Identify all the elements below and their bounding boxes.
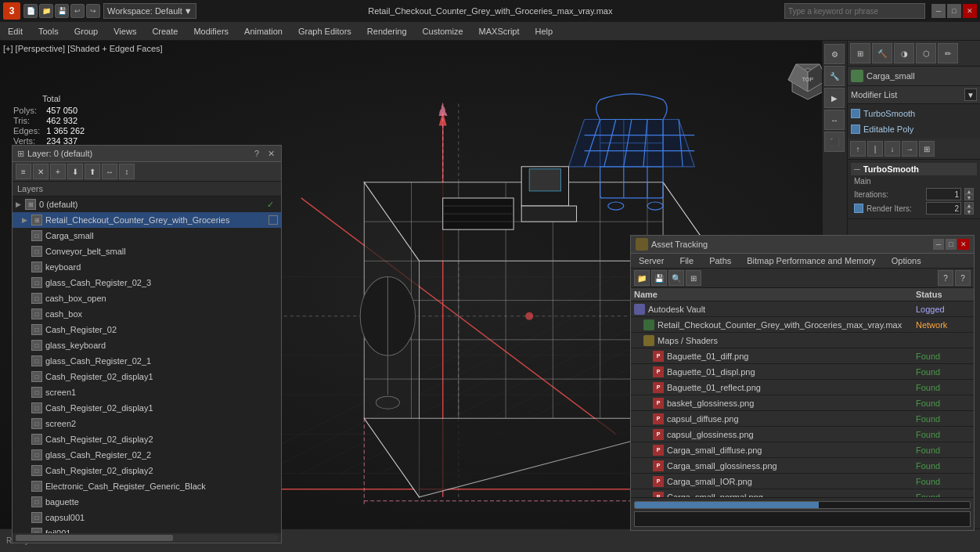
rib-btn-2[interactable]: 🔧 <box>824 66 845 86</box>
menu-customize[interactable]: Customize <box>415 22 471 40</box>
asset-row[interactable]: P Baguette_01_diff.png Found <box>631 348 974 364</box>
search-input[interactable] <box>784 3 925 19</box>
maximize-button[interactable]: □ <box>947 4 961 18</box>
layer-item[interactable]: □ Cash_Register_02_display1 <box>13 400 281 416</box>
menu-create[interactable]: Create <box>144 22 186 40</box>
asset-menu-bitmap[interactable]: Bitmap Performance and Memory <box>739 254 883 268</box>
menu-animation[interactable]: Animation <box>236 22 290 40</box>
new-btn[interactable]: 📄 <box>23 4 38 18</box>
rib-btn-1[interactable]: ⚙ <box>824 44 845 64</box>
render-iters-up[interactable]: ▲ <box>964 202 974 208</box>
layer-item[interactable]: □ glass_Cash_Register_02_3 <box>13 275 281 290</box>
layer-item[interactable]: □ Electronic_Cash_Register_Generic_Black <box>13 478 281 494</box>
layer-scrollbar[interactable] <box>16 535 278 541</box>
rp-icon-5[interactable]: ✏ <box>938 43 958 63</box>
lt-close-btn[interactable]: ✕ <box>33 164 49 179</box>
asset-row[interactable]: P Carga_small_diffuse.png Found <box>631 442 974 458</box>
layer-item[interactable]: □ keyboard <box>13 259 281 275</box>
menu-edit[interactable]: Edit <box>0 22 31 40</box>
iterations-spinner[interactable]: ▲ ▼ <box>964 188 974 200</box>
rp-tb-4[interactable]: → <box>902 141 917 157</box>
iterations-down[interactable]: ▼ <box>964 194 974 200</box>
layer-close-btn[interactable]: ✕ <box>265 148 276 159</box>
asset-row[interactable]: P Carga_small_glossiness.png Found <box>631 458 974 474</box>
redo-btn[interactable]: ↪ <box>86 4 100 18</box>
minimize-button[interactable]: ─ <box>931 4 946 18</box>
asset-row[interactable]: P Baguette_01_displ.png Found <box>631 364 974 380</box>
layer-item[interactable]: □ screen1 <box>13 384 281 400</box>
asset-close-btn[interactable]: ✕ <box>958 239 969 250</box>
layer-item[interactable]: □ screen2 <box>13 416 281 431</box>
layer-item[interactable]: □ capsul001 <box>13 510 281 525</box>
layer-item[interactable]: □ Conveyor_belt_small <box>13 244 281 259</box>
layer-item[interactable]: □ glass_keyboard <box>13 337 281 353</box>
layer-item[interactable]: □ glass_Cash_Register_02_1 <box>13 353 281 369</box>
undo-btn[interactable]: ↩ <box>70 4 85 18</box>
asset-row[interactable]: P capsul_diffuse.png Found <box>631 411 974 427</box>
asset-menu-paths[interactable]: Paths <box>701 254 739 268</box>
rp-tb-1[interactable]: ↑ <box>850 141 866 157</box>
menu-graph-editors[interactable]: Graph Editors <box>290 22 359 40</box>
layer-item[interactable]: □ Cash_Register_02_display1 <box>13 369 281 384</box>
layer-help-btn[interactable]: ? <box>251 148 262 159</box>
layer-item[interactable]: □ Cash_Register_02_display2 <box>13 431 281 447</box>
rp-tb-2[interactable]: | <box>867 141 883 157</box>
at-btn-1[interactable]: 📁 <box>634 270 650 286</box>
at-btn-4[interactable]: ⊞ <box>686 270 701 286</box>
rp-icon-2[interactable]: 🔨 <box>872 43 892 63</box>
asset-menu-options[interactable]: Options <box>884 254 929 268</box>
layer-item[interactable]: □ baguette <box>13 494 281 510</box>
layer-item[interactable]: □ foil001 <box>13 525 281 533</box>
menu-modifiers[interactable]: Modifiers <box>186 22 236 40</box>
asset-row[interactable]: P Baguette_01_reflect.png Found <box>631 380 974 395</box>
rib-btn-3[interactable]: ▶ <box>824 88 845 108</box>
layer-item[interactable]: □ Cash_Register_02 <box>13 322 281 337</box>
modifier-turbosmooth[interactable]: TurboSmooth <box>848 106 980 121</box>
layer-item[interactable]: □ cash_box_open <box>13 290 281 306</box>
asset-minimize-btn[interactable]: ─ <box>933 239 944 250</box>
menu-group[interactable]: Group <box>67 22 106 40</box>
render-iters-down[interactable]: ▼ <box>964 208 974 215</box>
asset-row[interactable]: Maps / Shaders <box>631 333 974 348</box>
rp-icon-4[interactable]: ⬡ <box>916 43 936 63</box>
layer-item[interactable]: ▶ ⊞ Retail_Checkout_Counter_Grey_with_Gr… <box>13 212 281 228</box>
layer-item[interactable]: □ cash_box <box>13 306 281 322</box>
asset-path-input[interactable] <box>634 511 971 527</box>
menu-views[interactable]: Views <box>106 22 144 40</box>
lt-down-btn[interactable]: ⬇ <box>67 164 83 179</box>
layer-item[interactable]: □ glass_Cash_Register_02_2 <box>13 447 281 463</box>
layer-item[interactable]: □ Cash_Register_02_display2 <box>13 463 281 478</box>
asset-row[interactable]: P Carga_small_IOR.png Found <box>631 474 974 489</box>
save-btn[interactable]: 💾 <box>55 4 69 18</box>
rp-tb-5[interactable]: ⊞ <box>919 141 935 157</box>
rp-tb-3[interactable]: ↓ <box>885 141 900 157</box>
at-btn-2[interactable]: 💾 <box>651 270 667 286</box>
asset-maximize-btn[interactable]: □ <box>946 239 957 250</box>
viewport-label[interactable]: [+] [Perspective] [Shaded + Edged Faces] <box>3 44 163 53</box>
menu-help[interactable]: Help <box>528 22 561 40</box>
lt-up-btn[interactable]: ⬆ <box>85 164 100 179</box>
workspace-dropdown[interactable]: Workspace: Default ▼ <box>103 3 196 19</box>
render-iters-checkbox[interactable] <box>854 204 863 213</box>
asset-row[interactable]: P Carga_small_normal.png Found <box>631 489 974 497</box>
modifier-list-dropdown[interactable]: ▼ <box>964 88 977 101</box>
modifier-editable-poly[interactable]: Editable Poly <box>848 121 980 137</box>
open-btn[interactable]: 📁 <box>39 4 53 18</box>
asset-row[interactable]: P capsul_glossiness.png Found <box>631 427 974 442</box>
lt-add-btn[interactable]: + <box>50 164 66 179</box>
layer-item[interactable]: □ Carga_small <box>13 228 281 244</box>
rp-icon-1[interactable]: ⊞ <box>850 43 870 63</box>
render-iters-spinner[interactable]: ▲ ▼ <box>964 202 974 215</box>
iterations-up[interactable]: ▲ <box>964 188 974 194</box>
at-help2-btn[interactable]: ? <box>955 270 971 286</box>
layer-list[interactable]: ▶ ⊞ 0 (default) ✓ ▶ ⊞ Retail_Checkout_Co… <box>13 197 281 533</box>
iterations-input[interactable] <box>926 188 961 200</box>
rib-btn-4[interactable]: ↔ <box>824 110 845 130</box>
menu-rendering[interactable]: Rendering <box>359 22 415 40</box>
ts-collapse-icon[interactable]: ─ <box>854 164 860 174</box>
asset-row[interactable]: Autodesk Vault Logged <box>631 301 974 317</box>
layer-item[interactable]: ▶ ⊞ 0 (default) ✓ <box>13 197 281 212</box>
asset-row[interactable]: Retail_Checkout_Counter_Grey_with_Grocer… <box>631 317 974 333</box>
menu-maxscript[interactable]: MAXScript <box>471 22 528 40</box>
turbosmooth-checkbox[interactable] <box>851 109 860 118</box>
